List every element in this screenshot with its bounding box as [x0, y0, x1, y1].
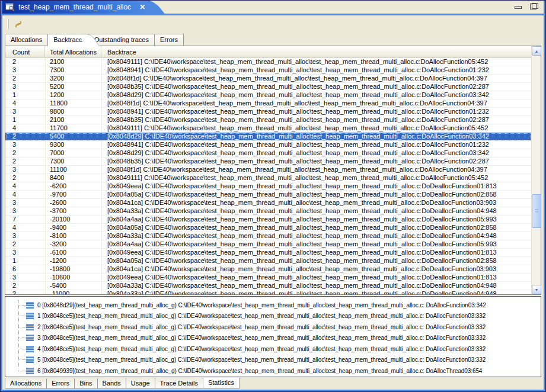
table-row[interactable]: 39800[0x8048941] C:\IDE40\workspace\test…	[5, 108, 531, 116]
tab-errors[interactable]: Errors	[46, 378, 75, 389]
stack-frame-item[interactable]: 2 [0x8048ce5](test_heap_mem_thread_multi…	[5, 322, 541, 333]
cell-total-allocations: 11700	[45, 124, 101, 132]
top-tab-strip: AllocationsBacktracesOutstanding tracesE…	[2, 33, 544, 46]
scroll-up-arrow-icon[interactable]: ▲	[532, 46, 541, 56]
table-row[interactable]: 2-5400[0x804a33a] C:\IDE40\workspace\tes…	[5, 282, 531, 290]
vertical-scrollbar[interactable]: ▲ ▼	[531, 46, 541, 294]
tab-bands[interactable]: Bands	[97, 378, 126, 389]
cell-count: 1	[5, 116, 45, 124]
view-title: test_heap_mem_thread_multi_alloc	[18, 3, 131, 11]
tab-backtraces[interactable]: Backtraces	[47, 34, 88, 46]
cell-count: 2	[5, 174, 45, 182]
sync-arrows-icon[interactable]	[13, 19, 24, 30]
cell-count: 2	[5, 133, 45, 140]
table-row[interactable]: 23200[0x8048f1d] C:\IDE40\workspace\test…	[5, 75, 531, 83]
stack-frame-item[interactable]: 0 [0x8048d29](test_heap_mem_thread_multi…	[5, 300, 541, 311]
table-row[interactable]: 3-2600[0x804a1ca] C:\IDE40\workspace\tes…	[5, 199, 531, 207]
close-icon[interactable]: ✕	[139, 3, 145, 11]
table-row[interactable]: 311100[0x8048f1d] C:\IDE40\workspace\tes…	[5, 166, 531, 174]
cell-backtrace: [0x804a4aa] C:\IDE40\workspace\test_heap…	[101, 240, 531, 248]
table-row[interactable]: 2-3200[0x804a4aa] C:\IDE40\workspace\tes…	[5, 240, 531, 249]
cell-backtrace: [0x804a05a] C:\IDE40\workspace\test_heap…	[101, 257, 531, 265]
cell-backtrace: [0x8048d29] C:\IDE40\workspace\test_heap…	[101, 149, 531, 157]
table-row[interactable]: 27000[0x8048d29] C:\IDE40\workspace\test…	[5, 149, 531, 158]
table-row[interactable]: 3-6100[0x8049eea] C:\IDE40\workspace\tes…	[5, 249, 531, 257]
table-row[interactable]: 25400[0x8048d29] C:\IDE40\workspace\test…	[5, 133, 531, 141]
cell-backtrace: [0x8049eea] C:\IDE40\workspace\test_heap…	[101, 249, 531, 256]
cell-count: 2	[5, 158, 45, 165]
cell-backtrace: [0x8049111] C:\IDE40\workspace\test_heap…	[101, 124, 531, 132]
minimize-button[interactable]	[514, 3, 522, 9]
view-tab[interactable]: test_heap_mem_thread_multi_alloc ✕	[2, 1, 150, 14]
tab-usage[interactable]: Usage	[126, 378, 155, 389]
table-row[interactable]: 3-3700[0x804a33a] C:\IDE40\workspace\tes…	[5, 207, 531, 216]
cell-count: 1	[5, 91, 45, 99]
table-body: 22100[0x8049111] C:\IDE40\workspace\test…	[5, 58, 531, 294]
cell-backtrace: [0x804a4aa] C:\IDE40\workspace\test_heap…	[101, 216, 531, 223]
cell-total-allocations: -9400	[45, 224, 101, 232]
table-row[interactable]: 27300[0x8048b35] C:\IDE40\workspace\test…	[5, 158, 531, 166]
cell-count: 3	[5, 66, 45, 74]
table-row[interactable]: 4-6200[0x8049eea] C:\IDE40\workspace\tes…	[5, 182, 531, 191]
stack-frame-item[interactable]: 4 [0x8048ce5](test_heap_mem_thread_multi…	[5, 343, 541, 355]
toolbar-drag-handle[interactable]	[7, 19, 9, 30]
tab-allocations[interactable]: Allocations	[5, 378, 47, 389]
column-header-backtrace[interactable]: Backtrace	[101, 46, 531, 57]
table-row[interactable]: 11200[0x8048d29] C:\IDE40\workspace\test…	[5, 91, 531, 99]
stack-frame-text: 3 [0x8048ce5](test_heap_mem_thread_multi…	[37, 335, 486, 341]
cell-count: 3	[5, 166, 45, 173]
tab-statistics[interactable]: Statistics	[203, 378, 240, 389]
table-row[interactable]: 37300[0x8048941] C:\IDE40\workspace\test…	[5, 66, 531, 75]
stack-frame-item[interactable]: 6 [0x8049939](test_heap_mem_thread_multi…	[5, 365, 541, 377]
stack-frame-text: 1 [0x8048ce5](test_heap_mem_thread_multi…	[37, 313, 486, 319]
scrollbar-thumb[interactable]	[532, 194, 541, 228]
application-window: test_heap_mem_thread_multi_alloc ✕ Alloc…	[0, 0, 546, 392]
table-row[interactable]: 1-1200[0x804a05a] C:\IDE40\workspace\tes…	[5, 257, 531, 265]
table-row[interactable]: 28400[0x8049111] C:\IDE40\workspace\test…	[5, 174, 531, 182]
memory-analysis-icon	[5, 3, 15, 11]
cell-total-allocations: -2600	[45, 199, 101, 207]
cell-count: 3	[5, 232, 45, 240]
table-row[interactable]: 3-10600[0x8049eea] C:\IDE40\workspace\te…	[5, 274, 531, 282]
table-row[interactable]: 3-8100[0x804a33a] C:\IDE40\workspace\tes…	[5, 232, 531, 240]
cell-count: 3	[5, 108, 45, 115]
cell-backtrace: [0x8049111] C:\IDE40\workspace\test_heap…	[101, 174, 531, 182]
tab-bins[interactable]: Bins	[74, 378, 97, 389]
table-row[interactable]: 7-20100[0x804a4aa] C:\IDE40\workspace\te…	[5, 216, 531, 224]
cell-backtrace: [0x8048f1d] C:\IDE40\workspace\test_heap…	[101, 99, 531, 107]
stack-frame-item[interactable]: 5 [0x8048ce5](test_heap_mem_thread_multi…	[5, 355, 541, 366]
column-header-total-allocations[interactable]: Total Allocations	[45, 46, 101, 57]
table-row[interactable]: 411700[0x8049111] C:\IDE40\workspace\tes…	[5, 124, 531, 133]
table-row[interactable]: 35200[0x8048b35] C:\IDE40\workspace\test…	[5, 83, 531, 91]
tab-allocations[interactable]: Allocations	[5, 34, 48, 46]
table-row[interactable]: 22100[0x8049111] C:\IDE40\workspace\test…	[5, 58, 531, 66]
trace-details-panel: 0 [0x8048d29](test_heap_mem_thread_multi…	[5, 296, 541, 377]
table-row[interactable]: 12100[0x8048b35] C:\IDE40\workspace\test…	[5, 116, 531, 124]
restore-button[interactable]	[530, 3, 538, 9]
stack-frame-item[interactable]: 1 [0x8048ce5](test_heap_mem_thread_multi…	[5, 311, 541, 322]
cell-total-allocations: 5200	[45, 83, 101, 91]
tree-branch-line	[18, 371, 26, 371]
stack-frame-text: 2 [0x8048ce5](test_heap_mem_thread_multi…	[37, 324, 486, 330]
cell-backtrace: [0x8048f1d] C:\IDE40\workspace\test_heap…	[101, 166, 531, 173]
cell-count: 3	[5, 199, 45, 207]
cell-total-allocations: -6200	[45, 182, 101, 190]
cell-count: 3	[5, 274, 45, 281]
stack-frame-item[interactable]: 3 [0x8048ce5](test_heap_mem_thread_multi…	[5, 333, 541, 344]
scroll-down-arrow-icon[interactable]: ▼	[532, 285, 541, 294]
stack-frame-icon	[26, 335, 34, 341]
cell-total-allocations: -11000	[45, 290, 101, 294]
cell-backtrace: [0x804a33a] C:\IDE40\workspace\test_heap…	[101, 207, 531, 215]
tab-trace-details[interactable]: Trace Details	[155, 378, 203, 389]
cell-total-allocations: -5400	[45, 282, 101, 290]
table-row[interactable]: 4-9400[0x804a05a] C:\IDE40\workspace\tes…	[5, 224, 531, 232]
column-header-count[interactable]: Count	[5, 46, 45, 57]
stack-frame-text: 5 [0x8048ce5](test_heap_mem_thread_multi…	[37, 356, 486, 363]
table-row[interactable]: 6-19800[0x804a1ca] C:\IDE40\workspace\te…	[5, 265, 531, 274]
tab-errors[interactable]: Errors	[154, 34, 184, 46]
table-row[interactable]: 4-9700[0x804a05a] C:\IDE40\workspace\tes…	[5, 191, 531, 199]
cell-total-allocations: -6100	[45, 249, 101, 256]
table-row[interactable]: 411800[0x8048f1d] C:\IDE40\workspace\tes…	[5, 99, 531, 108]
table-row[interactable]: 39300[0x8048941] C:\IDE40\workspace\test…	[5, 141, 531, 149]
table-row[interactable]: 2-11000[0x804a33a] C:\IDE40\workspace\te…	[5, 290, 531, 294]
